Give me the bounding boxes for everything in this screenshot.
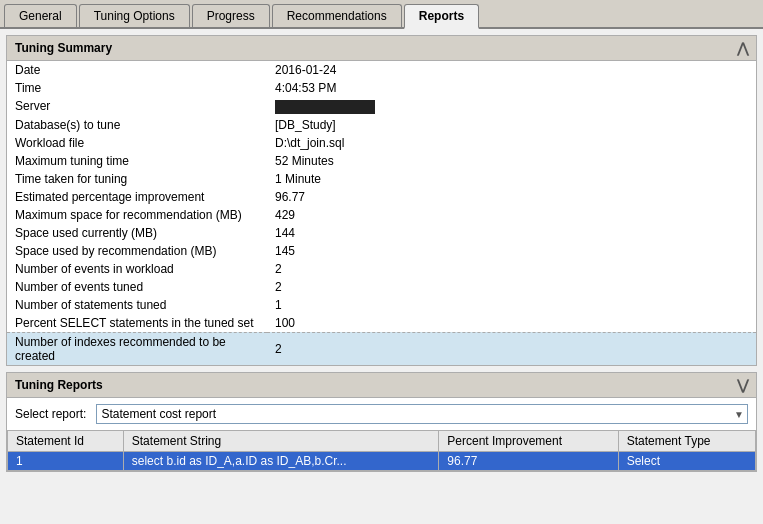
collapse-reports-icon[interactable]: ⋁ [737, 377, 748, 393]
results-header-row: Statement IdStatement StringPercent Impr… [8, 430, 756, 451]
summary-label: Space used by recommendation (MB) [7, 242, 267, 260]
collapse-summary-icon[interactable]: ⋀ [737, 40, 748, 56]
summary-row: Maximum space for recommendation (MB)429 [7, 206, 756, 224]
summary-row: Space used by recommendation (MB)145 [7, 242, 756, 260]
select-report-label: Select report: [15, 407, 86, 421]
summary-label: Time [7, 79, 267, 97]
summary-value: 145 [267, 242, 756, 260]
tuning-reports-header: Tuning Reports ⋁ [7, 373, 756, 398]
summary-value: 52 Minutes [267, 152, 756, 170]
summary-value: 144 [267, 224, 756, 242]
summary-label: Maximum tuning time [7, 152, 267, 170]
tuning-reports-title: Tuning Reports [15, 378, 103, 392]
tuning-summary-panel: Tuning Summary ⋀ Date2016-01-24Time4:04:… [6, 35, 757, 366]
summary-value: D:\dt_join.sql [267, 134, 756, 152]
table-cell: 96.77 [439, 451, 618, 470]
report-dropdown[interactable]: Statement cost reportIndex detail report… [96, 404, 748, 424]
summary-label: Number of events tuned [7, 278, 267, 296]
summary-label: Space used currently (MB) [7, 224, 267, 242]
summary-value: 100 [267, 314, 756, 333]
column-header: Percent Improvement [439, 430, 618, 451]
summary-value: 429 [267, 206, 756, 224]
summary-row: Database(s) to tune[DB_Study] [7, 116, 756, 134]
summary-row: Server [7, 97, 756, 116]
summary-row: Number of events tuned2 [7, 278, 756, 296]
summary-value [267, 97, 756, 116]
report-dropdown-wrapper: Statement cost reportIndex detail report… [96, 404, 748, 424]
results-table: Statement IdStatement StringPercent Impr… [7, 430, 756, 471]
summary-label: Percent SELECT statements in the tuned s… [7, 314, 267, 333]
summary-value: 1 [267, 296, 756, 314]
summary-label: Number of statements tuned [7, 296, 267, 314]
summary-value: 4:04:53 PM [267, 79, 756, 97]
table-cell: Select [618, 451, 755, 470]
summary-row: Number of indexes recommended to be crea… [7, 332, 756, 365]
summary-value: 2016-01-24 [267, 61, 756, 79]
summary-label: Number of indexes recommended to be crea… [7, 332, 267, 365]
tab-tuning-options[interactable]: Tuning Options [79, 4, 190, 27]
tab-recommendations[interactable]: Recommendations [272, 4, 402, 27]
summary-row: Time4:04:53 PM [7, 79, 756, 97]
summary-row: Estimated percentage improvement96.77 [7, 188, 756, 206]
tab-general[interactable]: General [4, 4, 77, 27]
table-cell: select b.id as ID_A,a.ID as ID_AB,b.Cr..… [123, 451, 439, 470]
summary-label: Workload file [7, 134, 267, 152]
tuning-reports-panel: Tuning Reports ⋁ Select report: Statemen… [6, 372, 757, 472]
summary-label: Estimated percentage improvement [7, 188, 267, 206]
column-header: Statement Id [8, 430, 124, 451]
summary-value: 2 [267, 332, 756, 365]
column-header: Statement String [123, 430, 439, 451]
tab-bar: GeneralTuning OptionsProgressRecommendat… [0, 0, 763, 29]
select-report-row: Select report: Statement cost reportInde… [7, 398, 756, 430]
summary-row: Workload fileD:\dt_join.sql [7, 134, 756, 152]
summary-value: 2 [267, 260, 756, 278]
summary-row: Number of events in workload2 [7, 260, 756, 278]
summary-value: 96.77 [267, 188, 756, 206]
summary-label: Maximum space for recommendation (MB) [7, 206, 267, 224]
summary-table: Date2016-01-24Time4:04:53 PMServerDataba… [7, 61, 756, 365]
main-content: Tuning Summary ⋀ Date2016-01-24Time4:04:… [0, 29, 763, 521]
summary-row: Space used currently (MB)144 [7, 224, 756, 242]
tuning-summary-title: Tuning Summary [15, 41, 112, 55]
summary-value: [DB_Study] [267, 116, 756, 134]
summary-row: Maximum tuning time52 Minutes [7, 152, 756, 170]
summary-label: Time taken for tuning [7, 170, 267, 188]
tab-progress[interactable]: Progress [192, 4, 270, 27]
summary-row: Percent SELECT statements in the tuned s… [7, 314, 756, 333]
summary-label: Number of events in workload [7, 260, 267, 278]
summary-row: Date2016-01-24 [7, 61, 756, 79]
tab-reports[interactable]: Reports [404, 4, 479, 29]
summary-label: Date [7, 61, 267, 79]
summary-value: 1 Minute [267, 170, 756, 188]
summary-value: 2 [267, 278, 756, 296]
summary-row: Time taken for tuning1 Minute [7, 170, 756, 188]
redacted-server-value [275, 100, 375, 114]
summary-label: Server [7, 97, 267, 116]
tuning-summary-header: Tuning Summary ⋀ [7, 36, 756, 61]
summary-row: Number of statements tuned1 [7, 296, 756, 314]
summary-label: Database(s) to tune [7, 116, 267, 134]
column-header: Statement Type [618, 430, 755, 451]
table-cell: 1 [8, 451, 124, 470]
table-row[interactable]: 1select b.id as ID_A,a.ID as ID_AB,b.Cr.… [8, 451, 756, 470]
